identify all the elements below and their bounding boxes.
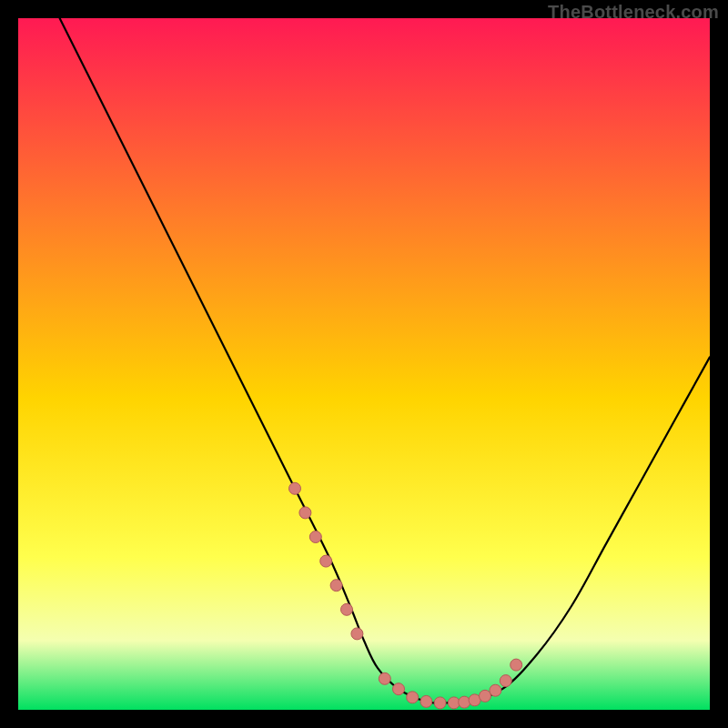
chart-stage: TheBottleneck.com [0,0,728,728]
gradient-svg [18,18,710,710]
gradient-plot-area [18,18,710,710]
gradient-rect [18,18,710,710]
watermark-text: TheBottleneck.com [548,2,719,23]
